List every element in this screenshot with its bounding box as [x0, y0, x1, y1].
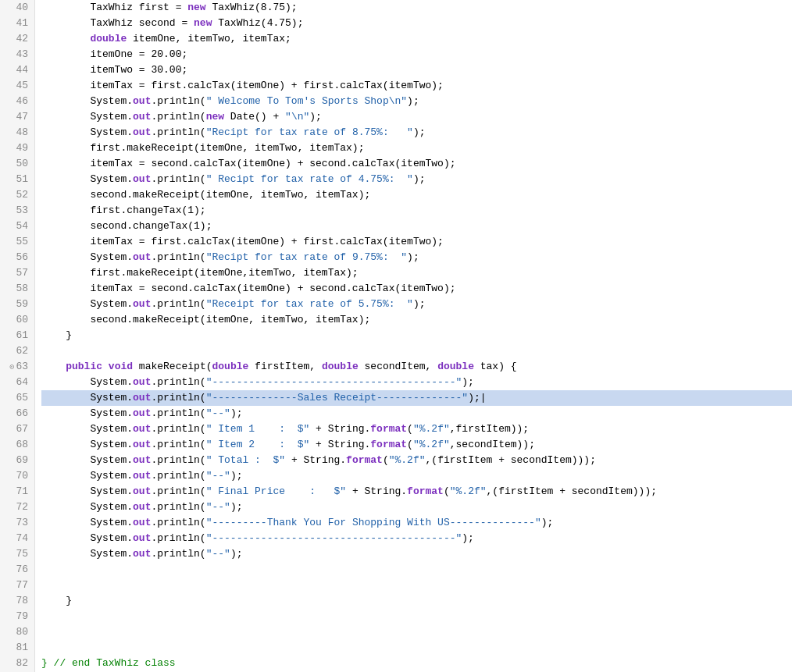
- line-number: 69: [6, 453, 28, 468]
- line-number: 41: [6, 16, 28, 31]
- code-line: System.out.println("Recipt for tax rate …: [41, 250, 792, 265]
- code-line: System.out.println(" Recipt for tax rate…: [41, 172, 792, 187]
- line-number: ⊙63: [6, 359, 28, 375]
- code-line: [41, 640, 792, 656]
- code-line: TaxWhiz first = new TaxWhiz(8.75);: [41, 0, 792, 16]
- line-number: 59: [6, 297, 28, 312]
- line-number: 47: [6, 109, 28, 125]
- code-line: itemTax = second.calcTax(itemOne) + seco…: [41, 281, 792, 297]
- line-number: 70: [6, 468, 28, 484]
- line-number: 62: [6, 343, 28, 359]
- code-line: [41, 562, 792, 578]
- line-number: 68: [6, 437, 28, 453]
- code-line: System.out.println(" Item 2 : $" + Strin…: [41, 437, 792, 453]
- line-number: 77: [6, 578, 28, 593]
- code-line: second.makeReceipt(itemOne, itemTwo, ite…: [41, 312, 792, 328]
- code-line: System.out.println(" Total : $" + String…: [41, 453, 792, 468]
- line-number: 46: [6, 94, 28, 109]
- code-line: System.out.println("Recipt for tax rate …: [41, 125, 792, 140]
- line-number: 52: [6, 187, 28, 203]
- line-number: 48: [6, 125, 28, 140]
- code-line: [41, 609, 792, 624]
- line-number: 56: [6, 250, 28, 265]
- code-line: System.out.println("--------------Sales …: [41, 390, 792, 406]
- line-number: 78: [6, 593, 28, 609]
- code-line: second.makeReceipt(itemOne, itemTwo, ite…: [41, 187, 792, 203]
- code-line: System.out.println("--");: [41, 406, 792, 421]
- code-line: System.out.println(" Item 1 : $" + Strin…: [41, 421, 792, 437]
- code-line: }: [41, 593, 792, 609]
- code-line: System.out.println("--");: [41, 546, 792, 562]
- code-line: itemOne = 20.00;: [41, 47, 792, 62]
- code-line: TaxWhiz second = new TaxWhiz(4.75);: [41, 16, 792, 31]
- line-number: 72: [6, 500, 28, 515]
- code-line: [41, 343, 792, 359]
- line-number: 45: [6, 78, 28, 94]
- line-number: 57: [6, 265, 28, 281]
- code-line: }: [41, 328, 792, 343]
- line-number: 40: [6, 0, 28, 16]
- line-number: 71: [6, 484, 28, 500]
- line-number: 65: [6, 390, 28, 406]
- code-line: first.makeReceipt(itemOne,itemTwo, itemT…: [41, 265, 792, 281]
- line-number: 50: [6, 156, 28, 172]
- code-line: itemTax = first.calcTax(itemOne) + first…: [41, 78, 792, 94]
- code-line: itemTax = second.calcTax(itemOne) + seco…: [41, 156, 792, 172]
- line-number: 67: [6, 421, 28, 437]
- code-line: second.changeTax(1);: [41, 219, 792, 234]
- code-line: System.out.println("--------------------…: [41, 531, 792, 546]
- code-line: System.out.println(" Final Price : $" + …: [41, 484, 792, 500]
- code-line: System.out.println("--");: [41, 468, 792, 484]
- code-line: [41, 624, 792, 640]
- line-number: 81: [6, 640, 28, 656]
- code-line: System.out.println("Receipt for tax rate…: [41, 297, 792, 312]
- line-number: 79: [6, 609, 28, 624]
- code-line: double itemOne, itemTwo, itemTax;: [41, 31, 792, 47]
- code-line: System.out.println("---------Thank You F…: [41, 515, 792, 531]
- line-number: 64: [6, 375, 28, 390]
- line-number: 58: [6, 281, 28, 297]
- line-number: 43: [6, 47, 28, 62]
- line-number: 73: [6, 515, 28, 531]
- code-line: public void makeReceipt(double firstItem…: [41, 359, 792, 375]
- line-number: 44: [6, 62, 28, 78]
- line-number: 54: [6, 219, 28, 234]
- line-number: 66: [6, 406, 28, 421]
- line-number: 49: [6, 140, 28, 156]
- line-number: 75: [6, 546, 28, 562]
- line-number: 80: [6, 624, 28, 640]
- code-content[interactable]: TaxWhiz first = new TaxWhiz(8.75); TaxWh…: [35, 0, 792, 672]
- line-number: 61: [6, 328, 28, 343]
- line-number: 55: [6, 234, 28, 250]
- code-line: itemTax = first.calcTax(itemOne) + first…: [41, 234, 792, 250]
- line-number: 42: [6, 31, 28, 47]
- code-line: System.out.println("--------------------…: [41, 375, 792, 390]
- line-number: 53: [6, 203, 28, 219]
- code-line: [41, 578, 792, 593]
- line-number-gutter: 4041424344454647484950515253545556575859…: [0, 0, 35, 672]
- code-line: } // end TaxWhiz class: [41, 656, 792, 671]
- code-line: first.changeTax(1);: [41, 203, 792, 219]
- code-editor: 4041424344454647484950515253545556575859…: [0, 0, 792, 672]
- code-line: System.out.println(new Date() + "\n");: [41, 109, 792, 125]
- line-number: 76: [6, 562, 28, 578]
- line-number: 74: [6, 531, 28, 546]
- code-line: System.out.println(" Welcome To Tom's Sp…: [41, 94, 792, 109]
- code-line: first.makeReceipt(itemOne, itemTwo, item…: [41, 140, 792, 156]
- code-line: itemTwo = 30.00;: [41, 62, 792, 78]
- line-number: 60: [6, 312, 28, 328]
- line-number: 82: [6, 656, 28, 671]
- code-line: System.out.println("--");: [41, 500, 792, 515]
- line-number: 51: [6, 172, 28, 187]
